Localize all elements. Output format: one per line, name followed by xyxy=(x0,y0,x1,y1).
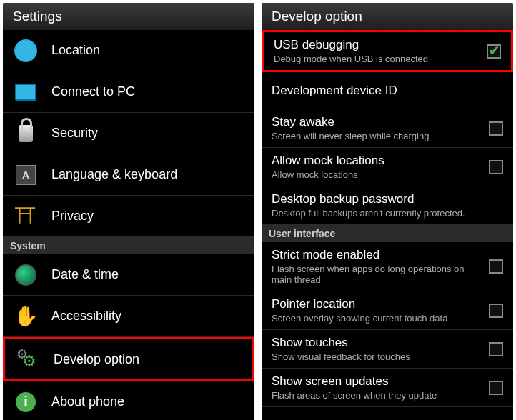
develop-option-pane: Develop option USB debugging Debug mode … xyxy=(262,3,513,420)
globe-clock-icon xyxy=(13,262,39,288)
option-desc: Flash screen when apps do long operation… xyxy=(272,264,482,285)
option-desc: Debug mode when USB is connected xyxy=(274,54,480,64)
option-show-touches[interactable]: Show touches Show visual feedback for to… xyxy=(262,330,513,369)
checkbox-pointer-location[interactable] xyxy=(489,304,503,318)
option-desc: Show visual feedback for touches xyxy=(272,351,482,362)
section-user-interface: User interface xyxy=(262,225,513,242)
option-title: Allow mock locations xyxy=(272,154,482,168)
option-title: Strict mode enabled xyxy=(272,248,482,262)
option-desc: Desktop full backups aren't currently pr… xyxy=(272,208,503,219)
option-desc: Flash areas of screen when they update xyxy=(272,390,482,401)
settings-item-privacy[interactable]: ⛩ Privacy xyxy=(3,196,254,237)
option-usb-debugging[interactable]: USB debugging Debug mode when USB is con… xyxy=(262,30,513,72)
settings-item-develop-option[interactable]: Develop option xyxy=(3,337,254,381)
monitor-icon xyxy=(13,79,39,105)
item-label: Privacy xyxy=(51,209,94,224)
checkbox-show-touches[interactable] xyxy=(489,342,503,356)
option-title: Stay awake xyxy=(272,115,482,129)
option-pointer-location[interactable]: Pointer location Screen overlay showing … xyxy=(262,291,513,330)
lock-icon xyxy=(13,121,39,146)
hand-icon: ✋ xyxy=(13,304,39,329)
keyboard-icon: A xyxy=(13,162,39,188)
option-title: Desktop backup password xyxy=(272,192,503,206)
settings-item-date-time[interactable]: Date & time xyxy=(3,254,254,296)
checkbox-strict-mode[interactable] xyxy=(489,259,503,274)
settings-item-connect-pc[interactable]: Connect to PC xyxy=(3,71,254,113)
option-mock-locations[interactable]: Allow mock locations Allow mock location… xyxy=(262,148,513,186)
item-label: Accessibility xyxy=(51,309,121,324)
option-desc: Allow mock locations xyxy=(272,169,482,180)
option-backup-password[interactable]: Desktop backup password Desktop full bac… xyxy=(262,186,513,225)
option-stay-awake[interactable]: Stay awake Screen will never sleep while… xyxy=(262,109,513,148)
develop-header: Develop option xyxy=(262,3,513,30)
fence-icon: ⛩ xyxy=(13,204,39,229)
option-desc: Screen overlay showing current touch dat… xyxy=(272,313,482,324)
item-label: Language & keyboard xyxy=(51,167,177,182)
item-label: Security xyxy=(51,126,98,141)
option-desc: Screen will never sleep while charging xyxy=(272,131,482,141)
settings-header: Settings xyxy=(3,3,254,30)
item-label: Develop option xyxy=(54,352,139,367)
checkbox-mock-locations[interactable] xyxy=(489,160,503,174)
settings-item-location[interactable]: Location xyxy=(3,30,254,71)
item-label: Location xyxy=(51,43,100,58)
checkbox-stay-awake[interactable] xyxy=(489,121,503,136)
option-title: USB debugging xyxy=(274,38,480,52)
option-title: Pointer location xyxy=(272,297,482,311)
settings-item-accessibility[interactable]: ✋ Accessibility xyxy=(3,296,254,337)
option-title: Development device ID xyxy=(272,84,503,98)
settings-item-language[interactable]: A Language & keyboard xyxy=(3,154,254,196)
option-title: Show touches xyxy=(272,336,482,350)
checkbox-screen-updates[interactable] xyxy=(489,381,503,395)
section-system: System xyxy=(3,237,254,254)
gear-icon xyxy=(15,346,41,372)
settings-item-about-phone[interactable]: i About phone xyxy=(3,381,254,420)
option-title: Show screen updates xyxy=(272,374,482,389)
option-dev-device-id[interactable]: Development device ID xyxy=(262,72,513,109)
location-icon xyxy=(13,38,39,64)
info-icon: i xyxy=(13,389,39,415)
item-label: Date & time xyxy=(51,267,119,282)
item-label: About phone xyxy=(51,394,124,409)
item-label: Connect to PC xyxy=(51,84,135,99)
checkbox-usb-debugging[interactable] xyxy=(487,44,501,59)
option-screen-updates[interactable]: Show screen updates Flash areas of scree… xyxy=(262,369,513,407)
option-strict-mode[interactable]: Strict mode enabled Flash screen when ap… xyxy=(262,242,513,291)
settings-item-security[interactable]: Security xyxy=(3,113,254,154)
settings-pane: Settings Location Connect to PC Security… xyxy=(3,3,254,420)
